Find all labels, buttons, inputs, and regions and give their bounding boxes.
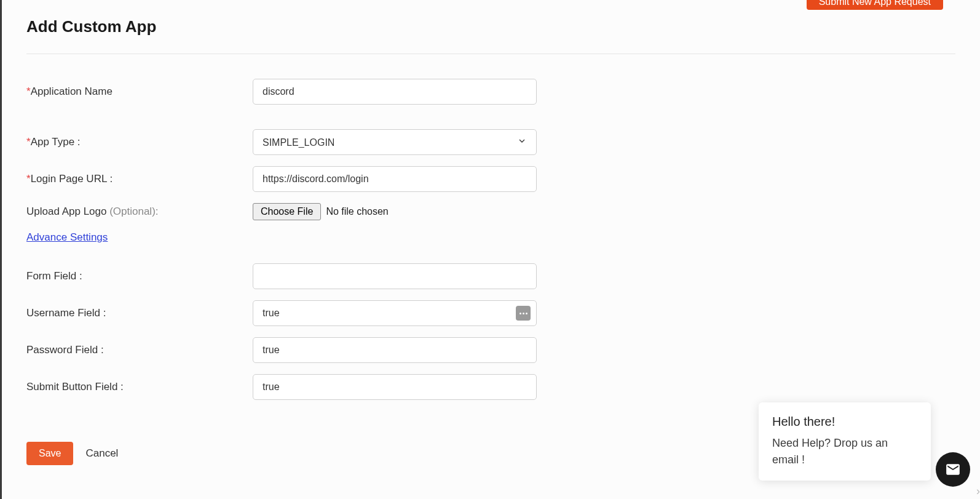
label-form-field: Form Field :: [26, 270, 253, 282]
page-title: Add Custom App: [26, 17, 955, 36]
chat-greeting: Hello there!: [772, 415, 917, 429]
label-submit-button-field: Submit Button Field :: [26, 381, 253, 393]
chat-fab-button[interactable]: [936, 452, 970, 487]
submit-button-field-input[interactable]: [253, 374, 537, 400]
help-chat-popup: Hello there! Need Help? Drop us an email…: [759, 402, 931, 481]
submit-new-app-request-button[interactable]: Submit New App Request: [807, 0, 943, 10]
form-field-input[interactable]: [253, 263, 537, 289]
password-field-input[interactable]: [253, 337, 537, 363]
label-username-field: Username Field :: [26, 307, 253, 319]
file-chosen-status: No file chosen: [326, 206, 388, 217]
choose-file-button[interactable]: Choose File: [253, 203, 321, 220]
divider: [26, 54, 955, 54]
more-options-icon[interactable]: [516, 306, 531, 321]
advance-settings-link[interactable]: Advance Settings: [26, 231, 108, 244]
application-name-input[interactable]: [253, 79, 537, 105]
label-app-type: *App Type :: [26, 136, 253, 148]
label-application-name: *Application Name: [26, 86, 253, 98]
login-page-url-input[interactable]: [253, 166, 537, 192]
label-password-field: Password Field :: [26, 344, 253, 356]
scroll-right-hint-icon: ›: [976, 485, 980, 498]
cancel-button[interactable]: Cancel: [85, 447, 118, 460]
save-button[interactable]: Save: [26, 442, 73, 465]
label-upload-logo: Upload App Logo (Optional):: [26, 206, 253, 218]
username-field-input[interactable]: [253, 300, 537, 326]
app-type-select[interactable]: SIMPLE_LOGIN: [253, 129, 537, 155]
chat-message: Need Help? Drop us an email !: [772, 435, 917, 468]
mail-icon: [945, 461, 961, 477]
label-login-url: *Login Page URL :: [26, 173, 253, 185]
